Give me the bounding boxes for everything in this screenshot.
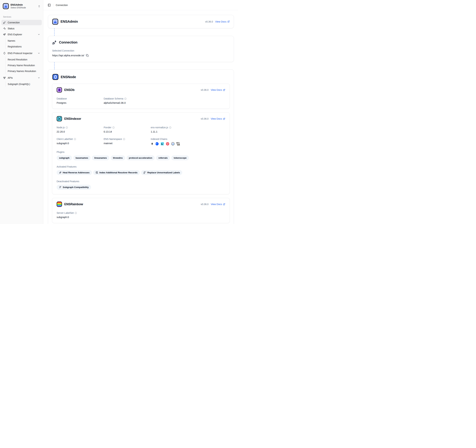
sidebar-item-label: Subgraph (GraphQL) (8, 83, 30, 86)
view-docs-label: View Docs (211, 117, 222, 120)
copy-icon (86, 54, 89, 57)
info-icon[interactable] (75, 212, 77, 214)
field-label-text: Ponder (104, 126, 111, 129)
info-icon[interactable] (169, 126, 171, 129)
field-label-text: Database Schema (104, 97, 123, 100)
view-docs-label: View Docs (211, 89, 222, 91)
base-chain-icon (155, 142, 159, 146)
field-label: ENS Namespace (104, 138, 151, 140)
ensrainbow-view-docs-link[interactable]: View Docs (211, 203, 225, 206)
plugin-badge: subgraph (57, 155, 72, 160)
ensnode-logo (52, 74, 58, 80)
ensdb-title: ENSDb (64, 88, 74, 92)
info-icon[interactable] (66, 126, 68, 129)
ensadmin-version: v0.36.0 (205, 20, 213, 23)
app-subtitle: Select ENSNode (11, 6, 36, 9)
main-area: Connection ENSAdmin v0.36.0 View Docs (43, 0, 238, 224)
field-ens-normalize: ens-normalize.js 1.11.1 (151, 126, 225, 133)
services-section-label: Services (3, 16, 40, 18)
ens-diamond-icon (3, 52, 6, 55)
field-client-labelset: Client LabelSet subgraph:0 (57, 138, 104, 146)
sidebar-item-primary-names-resolution[interactable]: Primary Names Resolution (6, 69, 42, 74)
sidebar-item-status[interactable]: Status (1, 26, 42, 31)
sidebar-nav: Connection Status ENS Explorer Names R (1, 20, 42, 87)
feature-badge: Replace Unnormalized Labels (141, 170, 182, 175)
ensnode-selector[interactable]: ENSAdmin Select ENSNode (1, 2, 42, 11)
database-plus-icon (96, 171, 98, 174)
sidebar-item-registrations[interactable]: Registrations (6, 44, 42, 49)
sidebar-toggle-button[interactable] (48, 4, 51, 7)
dashed-connector (54, 28, 55, 36)
field-label-text: Client LabelSet (57, 138, 73, 140)
page-content: ENSAdmin v0.36.0 View Docs Connection (43, 10, 238, 224)
info-icon[interactable] (123, 138, 125, 140)
field-indexed-chains: Indexed Chains (151, 138, 225, 146)
plug-zap-icon (52, 40, 57, 45)
bandage-icon (59, 171, 62, 174)
external-link-icon (223, 89, 225, 91)
apis-children: Subgraph (GraphQL) (5, 81, 42, 87)
field-server-labelset: Server LabelSet subgraph:0 (57, 212, 104, 218)
external-link-icon (223, 118, 225, 120)
plugin-badge: lineanames (92, 155, 109, 160)
selected-connection-label: Selected Connection (52, 49, 230, 52)
ensindexer-card: ENSIndexer v0.36.0 View Docs Node.js (52, 112, 230, 194)
info-icon[interactable] (124, 98, 126, 100)
field-value: 1.11.1 (151, 130, 225, 133)
ensindexer-view-docs-link[interactable]: View Docs (211, 117, 225, 120)
activated-features-label: Activated Features (57, 165, 225, 168)
ensdb-view-docs-link[interactable]: View Docs (211, 89, 225, 91)
sidebar-item-record-resolution[interactable]: Record Resolution (6, 57, 42, 62)
sidebar-item-label: Connection (8, 21, 20, 24)
sidebar-item-label: ENS Explorer (8, 33, 22, 36)
field-label: ens-normalize.js (151, 126, 225, 129)
sidebar-item-label: Status (8, 27, 15, 30)
plugin-badge: basenames (73, 155, 91, 160)
field-value: mainnet (104, 142, 151, 145)
sidebar-item-names[interactable]: Names (6, 38, 42, 44)
chevrons-up-down-icon (38, 5, 40, 7)
sidebar-item-connection[interactable]: Connection (1, 20, 42, 25)
field-value: Postgres (57, 102, 104, 104)
sidebar-item-ens-protocol-inspector[interactable]: ENS Protocol Inspector (1, 51, 42, 56)
breadcrumb: Connection (56, 4, 68, 6)
ensadmin-view-docs-link[interactable]: View Docs (215, 20, 230, 23)
sidebar-item-label: Primary Name Resolution (8, 64, 35, 67)
panel-left-icon (48, 4, 51, 7)
plugin-badge: threedns (111, 155, 125, 160)
field-ens-namespace: ENS Namespace mainnet (104, 138, 151, 146)
field-label-text: ENS Namespace (104, 138, 122, 140)
ensindexer-version: v0.36.0 (201, 117, 209, 120)
sidebar-item-ens-explorer[interactable]: ENS Explorer (1, 32, 42, 37)
info-icon[interactable] (112, 126, 114, 129)
sidebar-item-apis[interactable]: APIs (1, 75, 42, 80)
deactivated-features-label: Deactivated Features (57, 180, 225, 183)
radio-tower-icon (3, 76, 6, 79)
ensadmin-card: ENSAdmin v0.36.0 View Docs (48, 15, 234, 28)
external-link-icon (227, 20, 230, 23)
topbar: Connection (43, 0, 238, 10)
sidebar-item-label: ENS Protocol Inspector (8, 52, 33, 55)
field-label: Database (57, 97, 104, 100)
copy-url-button[interactable] (86, 54, 89, 57)
field-value: 0.13.14 (104, 130, 151, 133)
field-label-text: Node.js (57, 126, 65, 129)
plugin-badge: tokenscope (171, 155, 189, 160)
ethereum-chain-icon (151, 142, 154, 146)
info-icon[interactable] (74, 138, 76, 140)
field-ponder: Ponder 0.13.14 (104, 126, 151, 133)
ensindexer-title: ENSIndexer (64, 117, 81, 121)
feature-badge: Index Additional Resolver Records (93, 170, 140, 175)
chevron-down-icon (38, 77, 40, 79)
ensdb-logo (57, 87, 62, 93)
sidebar-item-subgraph-graphql[interactable]: Subgraph (GraphQL) (6, 81, 42, 87)
view-docs-label: View Docs (215, 20, 227, 23)
linea-chain-icon (160, 142, 164, 146)
sidebar-item-primary-name-resolution[interactable]: Primary Name Resolution (6, 63, 42, 68)
ens-protocol-inspector-children: Record Resolution Primary Name Resolutio… (5, 57, 42, 74)
scroll-chain-icon (176, 142, 180, 146)
plugin-badge: referrals (156, 155, 170, 160)
threedns-chain-icon (166, 142, 170, 146)
sidebar-item-label: APIs (8, 76, 13, 79)
app-title: ENSAdmin (11, 3, 36, 6)
